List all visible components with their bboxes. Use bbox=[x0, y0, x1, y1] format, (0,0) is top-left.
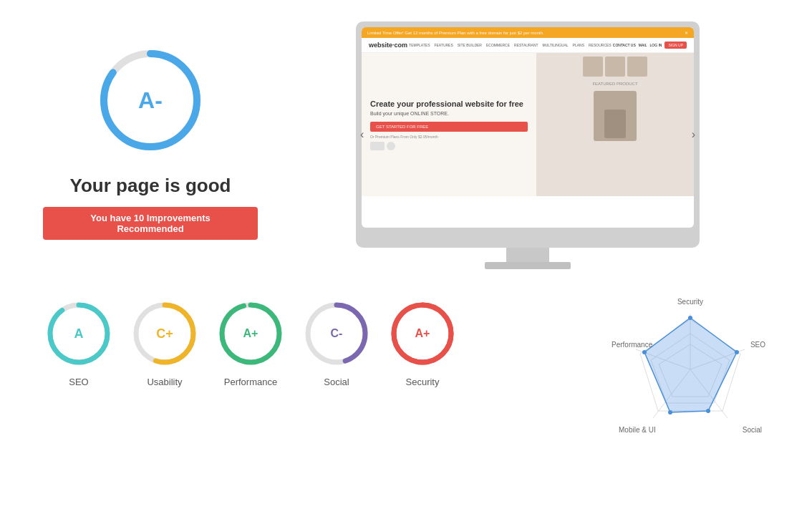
website-mock: Limited Time Offer! Get 12 months of Pre… bbox=[362, 27, 694, 228]
monitor-wrapper: Limited Time Offer! Get 12 months of Pre… bbox=[356, 21, 700, 269]
svg-point-24 bbox=[668, 410, 672, 415]
metrics-row: A SEO C+ Usability bbox=[43, 298, 769, 441]
banner-close[interactable]: ✕ bbox=[685, 30, 688, 35]
radar-label-mobile: Mobile & UI bbox=[619, 426, 656, 434]
radar-label-performance: Performance bbox=[612, 341, 652, 349]
metric-security: A+ Security bbox=[387, 298, 458, 387]
big-grade: A- bbox=[138, 87, 163, 114]
social-label: Social bbox=[324, 377, 349, 387]
featured-label: FEATURED PRODUCT bbox=[536, 80, 694, 87]
security-label: Security bbox=[406, 377, 440, 387]
metric-performance: A+ Performance bbox=[215, 298, 286, 387]
next-arrow[interactable]: › bbox=[692, 128, 695, 141]
monitor-stand bbox=[506, 248, 549, 262]
radar-label-security: Security bbox=[677, 298, 703, 306]
svg-point-23 bbox=[706, 409, 710, 413]
metric-seo: A SEO bbox=[43, 298, 115, 387]
nav-buttons: CONTACT US MAIL LOG IN SIGN UP bbox=[613, 42, 687, 49]
main-container: A- Your page is good You have 10 Improve… bbox=[0, 0, 812, 509]
monitor-section: Limited Time Offer! Get 12 months of Pre… bbox=[258, 21, 769, 269]
performance-label: Performance bbox=[224, 377, 277, 387]
website-banner: Limited Time Offer! Get 12 months of Pre… bbox=[362, 27, 694, 38]
hero-cta-secondary: Or Premium Plans From Only $2.95/month bbox=[370, 135, 528, 139]
hero-subtitle: Build your unique ONLINE STORE. bbox=[370, 111, 528, 116]
seo-grade: A bbox=[74, 326, 84, 341]
featured-product bbox=[594, 91, 637, 141]
social-gauge: C- bbox=[301, 298, 372, 369]
hero-title: Create your professional website for fre… bbox=[370, 100, 528, 108]
usability-gauge: C+ bbox=[129, 298, 200, 369]
svg-point-25 bbox=[642, 350, 647, 354]
product-3 bbox=[627, 57, 647, 77]
usability-label: Usability bbox=[147, 377, 182, 387]
hero-left: Create your professional website for fre… bbox=[362, 53, 536, 196]
banner-text: Limited Time Offer! Get 12 months of Pre… bbox=[367, 31, 544, 35]
monitor-screen: Limited Time Offer! Get 12 months of Pre… bbox=[362, 27, 694, 228]
top-section: A- Your page is good You have 10 Improve… bbox=[43, 21, 769, 269]
seo-gauge: A bbox=[43, 298, 115, 369]
nav-logo: website·com bbox=[369, 42, 407, 49]
security-gauge: A+ bbox=[387, 298, 458, 369]
usability-grade: C+ bbox=[156, 326, 173, 341]
metric-gauges: A SEO C+ Usability bbox=[43, 298, 458, 387]
monitor-body: Limited Time Offer! Get 12 months of Pre… bbox=[356, 21, 700, 248]
svg-point-22 bbox=[735, 350, 739, 354]
product-2 bbox=[605, 57, 625, 77]
page-status: Your page is good bbox=[70, 175, 231, 197]
seo-label: SEO bbox=[69, 377, 88, 387]
performance-gauge: A+ bbox=[215, 298, 286, 369]
metric-usability: C+ Usability bbox=[129, 298, 200, 387]
hero-cta[interactable]: GET STARTED FOR FREE bbox=[370, 122, 528, 132]
product-1 bbox=[583, 57, 603, 77]
radar-chart: Security SEO Social Mobile & UI Performa… bbox=[619, 298, 762, 441]
metric-social: C- Social bbox=[301, 298, 372, 387]
nav-links: TEMPLATES FEATURES SITE BUILDER ECOMMERC… bbox=[409, 43, 612, 47]
monitor-base bbox=[485, 262, 571, 269]
social-grade: C- bbox=[331, 327, 343, 340]
radar-label-seo: SEO bbox=[750, 341, 765, 349]
signup-button[interactable]: SIGN UP bbox=[664, 42, 687, 49]
score-panel: A- Your page is good You have 10 Improve… bbox=[43, 21, 258, 240]
hero-products bbox=[536, 53, 694, 80]
performance-grade: A+ bbox=[243, 327, 258, 340]
radar-section: Security SEO Social Mobile & UI Performa… bbox=[612, 298, 769, 441]
payment-logos bbox=[370, 142, 528, 150]
website-hero: Create your professional website for fre… bbox=[362, 53, 694, 196]
svg-marker-20 bbox=[644, 318, 737, 412]
prev-arrow[interactable]: ‹ bbox=[360, 128, 364, 141]
big-gauge: A- bbox=[93, 43, 208, 157]
svg-point-21 bbox=[688, 316, 692, 320]
radar-label-social: Social bbox=[743, 426, 762, 434]
improvements-badge[interactable]: You have 10 Improvements Recommended bbox=[43, 207, 258, 240]
website-nav: website·com TEMPLATES FEATURES SITE BUIL… bbox=[362, 38, 694, 53]
hero-right: FEATURED PRODUCT bbox=[536, 53, 694, 196]
security-grade: A+ bbox=[415, 327, 430, 340]
